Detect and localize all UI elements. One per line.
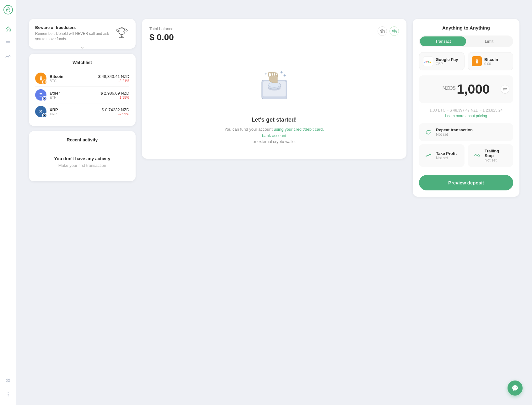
svg-rect-2 <box>6 42 10 43</box>
transact-title: Anything to Anything <box>419 25 513 30</box>
bank-icon-btn[interactable] <box>378 26 387 36</box>
sidebar-item-more[interactable] <box>3 389 14 400</box>
phone-illustration <box>246 55 303 112</box>
get-started-desc: You can fund your account using your cre… <box>224 126 325 145</box>
svg-point-8 <box>8 392 8 393</box>
tab-limit[interactable]: Limit <box>466 36 512 46</box>
svg-marker-22 <box>380 29 384 31</box>
fraud-chevron-icon[interactable] <box>80 45 85 51</box>
right-column: Anything to Anything Transact Limit G P … <box>413 19 519 197</box>
options-grid: Take Profit Not set Trailing Stop Not se… <box>419 144 513 167</box>
svg-line-12 <box>116 30 117 31</box>
svg-rect-21 <box>380 31 384 33</box>
balance-header: Total balance $ 0.00 <box>149 26 399 49</box>
balance-info: Total balance $ 0.00 <box>149 26 174 49</box>
fraud-text: Beware of fraudsters Remember: Uphold wi… <box>35 25 110 42</box>
middle-column: Total balance $ 0.00 <box>142 19 406 159</box>
btc-logo: ₿ <box>472 56 482 66</box>
svg-rect-1 <box>6 41 10 42</box>
chat-button[interactable] <box>508 380 523 396</box>
balance-label: Total balance <box>149 26 174 31</box>
svg-rect-3 <box>6 44 10 45</box>
svg-text:y: y <box>430 60 431 63</box>
tab-bar: Transact Limit <box>419 36 513 47</box>
watchlist-item-eth[interactable]: Ξ Ether ETH $ 2,986.69 NZD -1.35% <box>35 87 129 103</box>
currency-row: G P a y Google Pay GBP ₿ Bitcoin <box>419 52 513 70</box>
xrp-icon: ✕ <box>35 106 46 117</box>
amount-value: 1,000 <box>457 82 490 97</box>
activity-empty-desc: Make your first transaction <box>35 163 129 168</box>
svg-rect-23 <box>381 31 382 33</box>
trailing-stop-text: Trailing Stop Not set <box>485 149 508 162</box>
take-profit-text: Take Profit Not set <box>436 151 457 160</box>
repeat-transaction-text: Repeat transaction Not set <box>436 128 473 137</box>
get-started-area: Let's get started! You can fund your acc… <box>149 49 399 151</box>
main-content: Beware of fraudsters Remember: Uphold wi… <box>16 0 532 405</box>
svg-text:G: G <box>424 60 426 63</box>
recent-activity-title: Recent activity <box>35 137 129 142</box>
svg-point-19 <box>44 98 46 100</box>
svg-rect-24 <box>383 31 384 33</box>
svg-line-13 <box>127 30 127 31</box>
gpay-logo: G P a y <box>423 56 433 66</box>
uphold-logo[interactable] <box>3 5 13 14</box>
tab-transact[interactable]: Transact <box>420 36 466 46</box>
amount-display[interactable]: NZD$ 1,000 <box>419 75 513 103</box>
swap-icon[interactable] <box>501 85 509 94</box>
recent-activity-card: Recent activity You don't have any activ… <box>29 131 136 181</box>
svg-point-6 <box>7 381 8 382</box>
svg-point-4 <box>7 379 8 380</box>
fraud-description: Remember: Uphold will NEVER call and ask… <box>35 31 110 42</box>
watchlist-title: Watchlist <box>35 60 129 65</box>
svg-point-9 <box>8 394 8 395</box>
from-currency-selector[interactable]: G P a y Google Pay GBP <box>419 52 465 70</box>
sidebar-item-list[interactable] <box>3 37 14 48</box>
svg-point-20 <box>44 114 46 116</box>
eth-info: Ether ETH <box>50 91 100 99</box>
btc-info: Bitcoin BTC <box>50 74 98 83</box>
svg-point-7 <box>8 381 10 382</box>
get-started-title: Let's get started! <box>251 117 297 123</box>
balance-actions <box>378 26 399 36</box>
btc-value: $ 48,343.41 NZD -2.21% <box>98 74 129 83</box>
trailing-stop-option[interactable]: Trailing Stop Not set <box>468 144 513 167</box>
transact-card: Anything to Anything Transact Limit G P … <box>413 19 519 197</box>
fraudster-icon <box>114 25 129 42</box>
watchlist-item-btc[interactable]: ₿ Bitcoin BTC $ 48,343.41 NZD -2.21% <box>35 70 129 87</box>
take-profit-option[interactable]: Take Profit Not set <box>419 144 465 167</box>
activity-empty-title: You don't have any activity <box>35 156 129 161</box>
watchlist-card: Watchlist ₿ Bitcoin BTC $ 48,343.41 NZD … <box>29 54 136 126</box>
svg-point-45 <box>515 387 515 388</box>
pricing-link[interactable]: Learn more about pricing <box>419 114 513 118</box>
btc-icon: ₿ <box>35 73 46 84</box>
watchlist-item-xrp[interactable]: ✕ XRP XRP $ 0.74232 NZD -2.99% <box>35 103 129 120</box>
left-column: Beware of fraudsters Remember: Uphold wi… <box>29 19 136 181</box>
svg-point-10 <box>8 396 8 397</box>
preview-deposit-button[interactable]: Preview deposit <box>419 175 513 190</box>
svg-text:P: P <box>426 60 428 63</box>
svg-point-0 <box>3 5 12 14</box>
sidebar-item-dashboard[interactable] <box>3 23 14 35</box>
eth-value: $ 2,986.69 NZD -1.35% <box>100 91 129 99</box>
rate-info: 1.00 BTC = $ 48,397.47 NZD = £ 23,825.24 <box>419 108 513 112</box>
to-currency-selector[interactable]: ₿ Bitcoin 0.00 <box>468 52 513 70</box>
sidebar-item-apps[interactable] <box>3 375 14 386</box>
fraud-title: Beware of fraudsters <box>35 25 110 30</box>
trailing-stop-icon <box>473 151 481 160</box>
gift-icon-btn[interactable] <box>390 26 399 36</box>
svg-point-18 <box>44 81 46 83</box>
sidebar-item-activity[interactable] <box>3 51 14 62</box>
svg-point-5 <box>8 379 10 380</box>
balance-amount: $ 0.00 <box>149 32 174 42</box>
svg-point-46 <box>516 387 517 388</box>
xrp-value: $ 0.74232 NZD -2.99% <box>102 107 129 116</box>
amount-currency-label: NZD$ <box>443 85 456 91</box>
svg-point-32 <box>268 82 281 87</box>
repeat-transaction-option[interactable]: Repeat transaction Not set <box>419 123 513 141</box>
balance-card: Total balance $ 0.00 <box>142 19 406 159</box>
activity-empty-state: You don't have any activity Make your fi… <box>35 150 129 174</box>
svg-point-44 <box>513 387 514 388</box>
fraud-warning-card: Beware of fraudsters Remember: Uphold wi… <box>29 19 136 49</box>
sidebar <box>0 0 16 405</box>
to-currency-info: Bitcoin 0.00 <box>484 57 498 66</box>
